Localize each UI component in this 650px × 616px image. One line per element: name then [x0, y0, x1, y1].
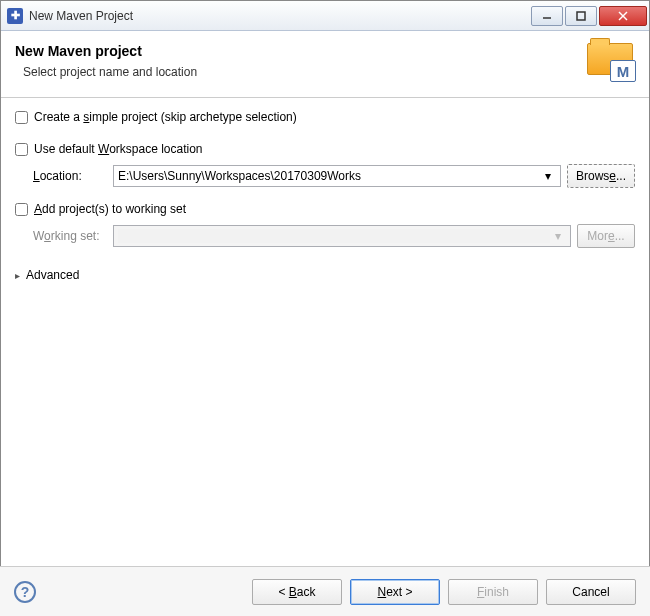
titlebar: ✚ New Maven Project: [1, 1, 649, 31]
back-button[interactable]: < Back: [252, 579, 342, 605]
page-subtitle: Select project name and location: [15, 65, 587, 79]
browse-button[interactable]: Browse...: [567, 164, 635, 188]
more-button: More...: [577, 224, 635, 248]
location-row: Location: ▾ Browse...: [33, 164, 635, 188]
svg-rect-1: [577, 12, 585, 20]
location-input[interactable]: [118, 169, 540, 183]
maximize-button[interactable]: [565, 6, 597, 26]
close-button[interactable]: [599, 6, 647, 26]
add-workingset-label: Add project(s) to working set: [34, 202, 186, 216]
default-workspace-checkbox[interactable]: [15, 143, 28, 156]
window-controls: [529, 6, 647, 26]
add-workingset-row: Add project(s) to working set: [15, 202, 635, 216]
location-combo[interactable]: ▾: [113, 165, 561, 187]
window-title: New Maven Project: [29, 9, 529, 23]
simple-project-row: Create a simple project (skip archetype …: [15, 110, 635, 124]
next-button[interactable]: Next >: [350, 579, 440, 605]
wizard-footer: ? < Back Next > Finish Cancel: [0, 566, 650, 616]
default-workspace-label: Use default Workspace location: [34, 142, 203, 156]
add-workingset-checkbox[interactable]: [15, 203, 28, 216]
simple-project-label: Create a simple project (skip archetype …: [34, 110, 297, 124]
maven-folder-icon: M: [587, 43, 635, 85]
minimize-button[interactable]: [531, 6, 563, 26]
simple-project-checkbox[interactable]: [15, 111, 28, 124]
workingset-row: Working set: ▾ More...: [33, 224, 635, 248]
wizard-content: Create a simple project (skip archetype …: [1, 98, 649, 294]
page-title: New Maven project: [15, 43, 587, 59]
wizard-header: New Maven project Select project name an…: [1, 31, 649, 98]
finish-button: Finish: [448, 579, 538, 605]
help-icon[interactable]: ?: [14, 581, 36, 603]
advanced-expander[interactable]: ▸ Advanced: [15, 268, 635, 282]
app-icon: ✚: [7, 8, 23, 24]
workingset-input: [118, 229, 550, 243]
workingset-combo: ▾: [113, 225, 571, 247]
workingset-label: Working set:: [33, 229, 107, 243]
cancel-button[interactable]: Cancel: [546, 579, 636, 605]
default-workspace-row: Use default Workspace location: [15, 142, 635, 156]
location-label: Location:: [33, 169, 107, 183]
chevron-down-icon: ▾: [550, 229, 566, 243]
advanced-label: Advanced: [26, 268, 79, 282]
chevron-down-icon[interactable]: ▾: [540, 169, 556, 183]
triangle-right-icon: ▸: [15, 270, 20, 281]
